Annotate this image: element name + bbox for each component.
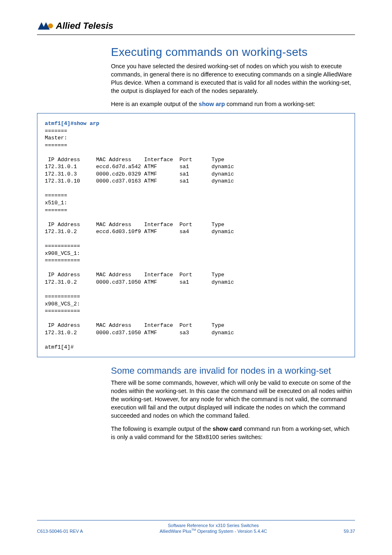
- trademark-tm: TM: [191, 528, 196, 532]
- footer-center: Software Reference for x310 Series Switc…: [83, 523, 344, 534]
- text-run: Here is an example output of the: [111, 101, 199, 107]
- brand-mark-icon: [37, 21, 53, 30]
- subsection-paragraph-2: The following is example output of the s…: [111, 425, 355, 441]
- terminal-output: atmf1[4]#show arp ======= Master: ======…: [37, 113, 355, 357]
- brand-name: Allied Telesis: [56, 21, 113, 31]
- text-run: command run from a working-set:: [225, 101, 315, 107]
- header-rule: [37, 35, 355, 35]
- command-bold-show-card: show card: [212, 426, 242, 432]
- footer-doc-id: C613-50046-01 REV A: [37, 529, 83, 534]
- section-title: Executing commands on working-sets: [111, 46, 355, 59]
- section-paragraph-1: Once you have selected the desired worki…: [111, 62, 355, 95]
- subsection-paragraph-1: There will be some commands, however, wh…: [111, 379, 355, 420]
- text-run: Operating System - Version 5.4.4C: [196, 529, 267, 534]
- page-footer: C613-50046-01 REV A Software Reference f…: [37, 520, 355, 534]
- brand-logo: Allied Telesis: [37, 21, 355, 31]
- section-paragraph-2: Here is an example output of the show ar…: [111, 100, 355, 108]
- footer-title-line1: Software Reference for x310 Series Switc…: [83, 523, 344, 528]
- svg-point-2: [48, 23, 53, 28]
- text-run: AlliedWare Plus: [160, 529, 191, 534]
- command-link-show-arp[interactable]: show arp: [199, 101, 225, 107]
- text-run: The following is example output of the: [111, 426, 212, 432]
- footer-title-line2: AlliedWare PlusTM Operating System - Ver…: [83, 528, 344, 534]
- footer-page-number: 59.37: [344, 529, 355, 534]
- subsection-title: Some commands are invalid for nodes in a…: [111, 365, 355, 376]
- footer-rule: [37, 520, 355, 520]
